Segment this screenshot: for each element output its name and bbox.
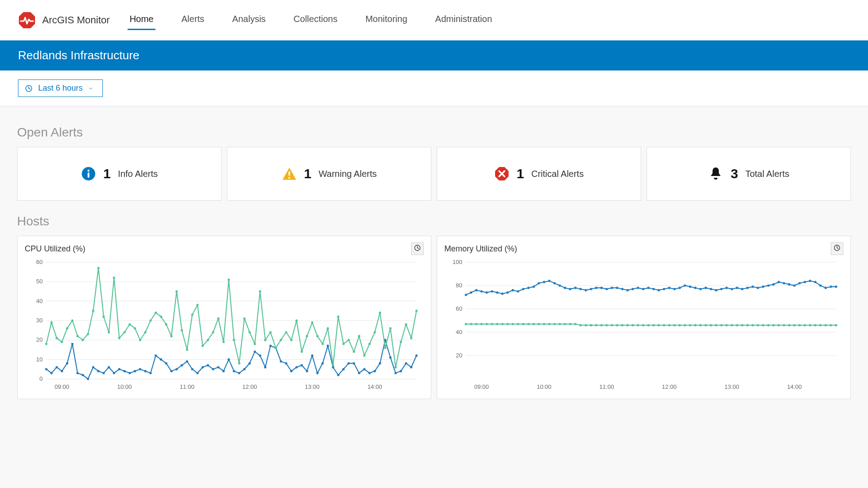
open-alerts-heading: Open Alerts xyxy=(17,125,851,140)
nav-collections[interactable]: Collections xyxy=(292,10,339,30)
svg-point-215 xyxy=(595,287,598,289)
svg-point-59 xyxy=(202,366,204,368)
svg-point-193 xyxy=(480,290,483,292)
svg-point-110 xyxy=(92,310,94,312)
svg-point-228 xyxy=(663,288,665,290)
nav-administration[interactable]: Administration xyxy=(434,10,494,30)
svg-point-141 xyxy=(254,343,256,345)
cpu-chart: 010203040506009:0010:0011:0012:0013:0014… xyxy=(25,258,424,392)
warning-alerts-card[interactable]: 1 Warning Alerts xyxy=(227,147,431,201)
svg-point-105 xyxy=(66,327,68,330)
svg-text:40: 40 xyxy=(36,298,43,304)
svg-point-167 xyxy=(389,327,391,330)
svg-text:09:00: 09:00 xyxy=(474,383,489,390)
svg-point-126 xyxy=(176,290,178,292)
svg-point-164 xyxy=(374,331,376,333)
svg-point-321 xyxy=(772,324,775,326)
svg-point-310 xyxy=(715,324,717,326)
svg-point-251 xyxy=(783,282,785,284)
toolbar: Last 6 hours xyxy=(0,70,868,106)
svg-point-93 xyxy=(379,362,381,365)
memory-chart-time-button[interactable] xyxy=(831,242,843,255)
svg-point-253 xyxy=(793,284,796,286)
svg-point-257 xyxy=(814,281,816,283)
svg-point-255 xyxy=(804,281,806,283)
svg-point-158 xyxy=(342,343,345,345)
svg-point-108 xyxy=(82,339,84,341)
svg-point-313 xyxy=(731,324,733,326)
svg-point-166 xyxy=(384,347,386,349)
svg-point-155 xyxy=(327,327,329,330)
critical-alerts-card[interactable]: 1 Critical Alerts xyxy=(437,147,641,201)
svg-point-163 xyxy=(368,343,371,345)
svg-point-277 xyxy=(543,323,545,325)
svg-point-234 xyxy=(694,287,696,289)
svg-point-308 xyxy=(704,324,707,326)
info-alerts-card[interactable]: 1 Info Alerts xyxy=(17,147,221,201)
svg-point-309 xyxy=(710,324,712,326)
svg-point-138 xyxy=(238,362,240,365)
svg-point-200 xyxy=(517,290,519,292)
time-range-picker[interactable]: Last 6 hours xyxy=(18,79,103,97)
svg-point-333 xyxy=(835,324,837,326)
svg-point-224 xyxy=(642,288,644,290)
total-alerts-count: 3 xyxy=(731,166,738,181)
svg-text:09:00: 09:00 xyxy=(55,383,70,390)
svg-point-299 xyxy=(658,324,660,326)
svg-point-197 xyxy=(501,293,504,295)
svg-text:13:00: 13:00 xyxy=(305,383,320,390)
svg-point-259 xyxy=(824,287,827,289)
svg-point-195 xyxy=(491,290,493,292)
cpu-chart-time-button[interactable] xyxy=(411,242,424,255)
total-alerts-card[interactable]: 3 Total Alerts xyxy=(647,147,851,201)
collection-title: Redlands Infrastructure xyxy=(18,48,139,62)
svg-point-41 xyxy=(108,366,110,368)
svg-point-129 xyxy=(191,313,193,316)
svg-point-286 xyxy=(590,324,592,326)
svg-point-212 xyxy=(580,288,582,290)
cpu-chart-title: CPU Utilized (%) xyxy=(25,244,85,254)
svg-text:14:00: 14:00 xyxy=(368,383,382,390)
svg-point-29 xyxy=(45,368,47,370)
svg-point-133 xyxy=(212,331,214,333)
svg-point-264 xyxy=(475,323,478,325)
svg-point-64 xyxy=(228,358,230,361)
svg-point-249 xyxy=(772,283,775,286)
svg-point-305 xyxy=(689,324,691,326)
svg-point-42 xyxy=(113,372,115,374)
hosts-heading: Hosts xyxy=(17,214,851,229)
svg-point-289 xyxy=(606,324,608,326)
nav-home[interactable]: Home xyxy=(128,10,155,30)
svg-text:20: 20 xyxy=(456,352,462,359)
svg-point-210 xyxy=(569,288,571,290)
nav-monitoring[interactable]: Monitoring xyxy=(363,10,409,30)
svg-point-323 xyxy=(783,324,785,326)
main-nav: Home Alerts Analysis Collections Monitor… xyxy=(128,10,494,30)
svg-text:12:00: 12:00 xyxy=(242,383,257,390)
svg-point-261 xyxy=(835,286,837,288)
svg-point-263 xyxy=(470,323,472,325)
svg-point-143 xyxy=(264,339,266,341)
critical-icon xyxy=(494,166,509,181)
info-alerts-count: 1 xyxy=(103,166,111,181)
svg-point-106 xyxy=(71,319,73,321)
nav-alerts[interactable]: Alerts xyxy=(180,10,206,30)
svg-point-146 xyxy=(280,339,282,341)
svg-point-91 xyxy=(368,372,371,374)
svg-point-242 xyxy=(736,287,738,289)
svg-point-284 xyxy=(580,324,582,326)
svg-point-270 xyxy=(506,323,509,325)
svg-point-165 xyxy=(379,312,381,314)
svg-point-243 xyxy=(741,288,743,290)
svg-point-44 xyxy=(123,370,125,372)
svg-point-40 xyxy=(102,372,105,374)
svg-point-291 xyxy=(616,324,618,326)
clock-icon xyxy=(833,244,841,253)
svg-point-48 xyxy=(144,370,146,372)
svg-text:12:00: 12:00 xyxy=(662,383,677,390)
nav-analysis[interactable]: Analysis xyxy=(230,10,267,30)
svg-point-331 xyxy=(824,324,827,326)
svg-point-71 xyxy=(264,366,266,368)
svg-point-63 xyxy=(222,370,225,372)
svg-text:30: 30 xyxy=(36,317,43,324)
